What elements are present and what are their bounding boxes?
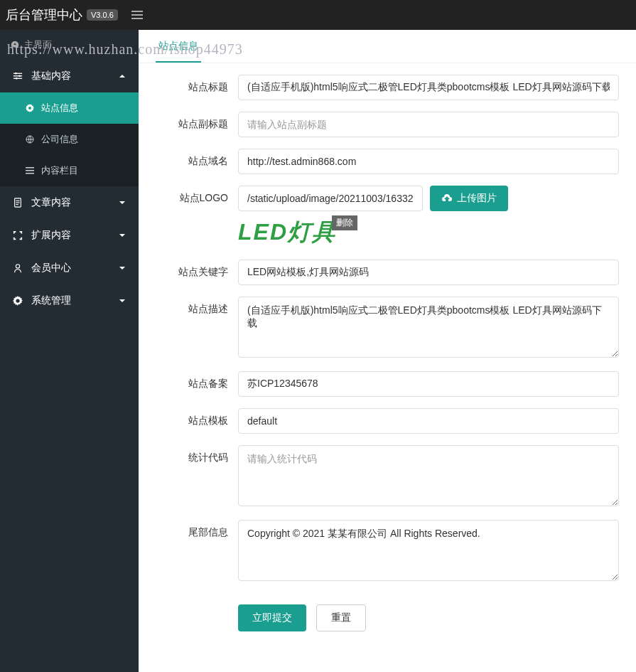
tabs: 站点信息 (139, 30, 636, 63)
hamburger-icon (131, 9, 143, 21)
input-domain[interactable] (238, 149, 619, 174)
document-icon (13, 198, 23, 208)
sidebar: 主界面 基础内容 站点信息 公司信息 内容 (0, 30, 139, 672)
nav-sub-content-columns[interactable]: 内容栏目 (0, 155, 139, 186)
breadcrumb-label: 主界面 (24, 38, 52, 51)
input-subtitle[interactable] (238, 112, 619, 137)
nav-label: 扩展内容 (31, 229, 71, 242)
caret-up-icon (119, 73, 126, 80)
caret-down-icon (119, 297, 126, 304)
label-subtitle: 站点副标题 (139, 112, 238, 131)
dashboard-icon (10, 40, 20, 50)
nav-sub-label: 内容栏目 (41, 164, 78, 177)
reset-button[interactable]: 重置 (316, 604, 366, 631)
caret-down-icon (119, 199, 126, 206)
submit-button[interactable]: 立即提交 (238, 604, 306, 631)
nav-sub-label: 公司信息 (41, 133, 78, 146)
label-template: 站点模板 (139, 408, 238, 427)
brand: 后台管理中心 V3.0.6 (6, 6, 118, 23)
svg-point-8 (16, 78, 18, 80)
input-template[interactable] (238, 408, 619, 434)
nav-section-extensions[interactable]: 扩展内容 (0, 219, 139, 252)
label-keywords: 站点关键字 (139, 260, 238, 279)
nav-label: 会员中心 (31, 262, 71, 274)
logo-preview-image: LED灯具 (238, 219, 336, 245)
svg-point-7 (18, 75, 21, 77)
user-icon (13, 263, 23, 273)
label-logo: 站点LOGO (139, 186, 238, 205)
svg-rect-5 (14, 78, 22, 79)
header: 后台管理中心 V3.0.6 (0, 0, 636, 30)
svg-rect-4 (14, 75, 22, 76)
label-description: 站点描述 (139, 297, 238, 316)
label-title: 站点标题 (139, 75, 238, 94)
main-content: https://www.huzhan.com/ishop44973 站点信息 站… (139, 30, 636, 672)
list-icon (26, 166, 34, 175)
nav-sub-company-info[interactable]: 公司信息 (0, 124, 139, 155)
svg-rect-11 (26, 170, 34, 171)
nav-section-articles[interactable]: 文章内容 (0, 186, 139, 219)
label-footer: 尾部信息 (139, 520, 238, 539)
input-keywords[interactable] (238, 260, 619, 285)
gear-icon (26, 104, 34, 112)
gear-icon (13, 296, 23, 306)
version-badge: V3.0.6 (87, 9, 118, 21)
sliders-icon (13, 71, 23, 81)
nav-label: 文章内容 (31, 196, 71, 209)
svg-rect-3 (14, 73, 22, 74)
nav-section-members[interactable]: 会员中心 (0, 252, 139, 284)
svg-rect-1 (131, 14, 143, 16)
expand-icon (13, 230, 23, 240)
label-stats: 统计代码 (139, 445, 238, 464)
svg-point-6 (15, 73, 17, 75)
textarea-footer[interactable]: Copyright © 2021 某某有限公司 All Rights Reser… (238, 520, 619, 581)
svg-rect-0 (131, 11, 143, 12)
svg-rect-2 (131, 18, 143, 19)
logo-delete-button[interactable]: 删除 (332, 215, 357, 230)
globe-icon (26, 135, 34, 144)
nav-label: 系统管理 (31, 294, 71, 307)
tab-site-info[interactable]: 站点信息 (156, 30, 201, 63)
brand-title: 后台管理中心 (6, 6, 82, 23)
nav-section-system[interactable]: 系统管理 (0, 284, 139, 317)
nav-sub-label: 站点信息 (41, 102, 78, 114)
textarea-stats[interactable] (238, 445, 619, 506)
menu-toggle-button[interactable] (126, 5, 148, 25)
upload-button[interactable]: 上传图片 (430, 186, 508, 211)
cloud-upload-icon (441, 193, 453, 204)
textarea-description[interactable]: (自适应手机版)html5响应式二极管LED灯具类pbootcms模板 LED灯… (238, 297, 619, 358)
input-icp[interactable] (238, 371, 619, 397)
nav-section-basic[interactable]: 基础内容 (0, 60, 139, 92)
svg-point-17 (16, 265, 19, 268)
svg-rect-10 (26, 167, 34, 169)
nav-label: 基础内容 (31, 70, 71, 82)
label-icp: 站点备案 (139, 371, 238, 390)
caret-down-icon (119, 232, 126, 239)
nav-sub-site-info[interactable]: 站点信息 (0, 92, 139, 124)
label-domain: 站点域名 (139, 149, 238, 168)
breadcrumb: 主界面 (0, 30, 139, 60)
input-title[interactable] (238, 75, 619, 100)
caret-down-icon (119, 265, 126, 272)
input-logo-path[interactable] (238, 186, 423, 211)
svg-rect-12 (26, 173, 34, 174)
upload-label: 上传图片 (457, 192, 497, 205)
